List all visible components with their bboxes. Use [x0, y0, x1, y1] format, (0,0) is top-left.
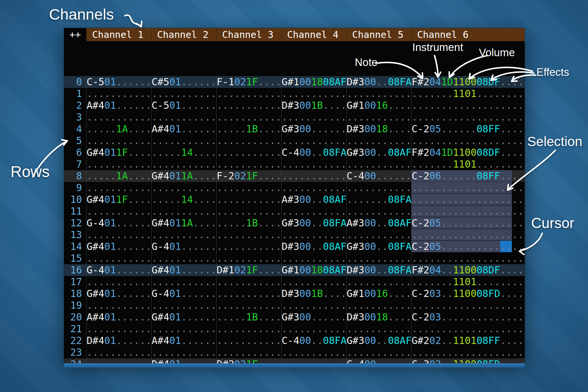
pattern-cell-ch2-row4[interactable]: A#401...... — [151, 123, 216, 135]
pattern-cell-ch2-row1[interactable]: ........... — [151, 88, 216, 100]
pattern-cell-ch5-row13[interactable]: ........... — [346, 229, 411, 241]
pattern-cell-ch5-row10[interactable]: .......08FA — [346, 194, 411, 205]
pattern-cell-ch2-row15[interactable]: ........... — [151, 253, 216, 264]
pattern-cell-ch6-row22[interactable]: G#202..110108FF.... — [411, 335, 524, 347]
pattern-cell-ch6-row17[interactable]: .......1101........ — [411, 276, 524, 288]
pattern-cell-ch3-row6[interactable]: ........... — [216, 147, 281, 158]
pattern-cell-ch3-row24[interactable]: D#2021F.... — [216, 358, 281, 363]
pattern-cell-ch2-row12[interactable]: G#4011A.... — [151, 217, 216, 229]
pattern-cell-ch1-row10[interactable]: G#4011F.... — [86, 194, 151, 205]
pattern-cell-ch1-row2[interactable]: A#401...... — [86, 100, 151, 111]
pattern-cell-ch6-row2[interactable]: ................... — [411, 100, 524, 111]
pattern-cell-ch2-row3[interactable]: ........... — [151, 111, 216, 123]
channel-header-3[interactable]: Channel 3 — [216, 28, 281, 41]
pattern-cell-ch6-row6[interactable]: F#2041D110008DF.... — [411, 147, 524, 158]
pattern-cell-ch1-row16[interactable]: G-401...... — [86, 264, 151, 276]
pattern-cell-ch5-row12[interactable]: A#300..08AF — [346, 217, 411, 229]
pattern-cell-ch5-row15[interactable]: ........... — [346, 253, 411, 264]
pattern-cell-ch6-row13[interactable]: ................... — [411, 229, 524, 241]
pattern-cell-ch1-row4[interactable]: .....1A.... — [86, 123, 151, 135]
pattern-cell-ch3-row5[interactable]: ........... — [216, 135, 281, 147]
pattern-cell-ch2-row11[interactable]: ........... — [151, 205, 216, 217]
pattern-cell-ch4-row11[interactable]: ........... — [281, 205, 346, 217]
pattern-cell-ch3-row15[interactable]: ........... — [216, 253, 281, 264]
pattern-cell-ch3-row21[interactable]: ........... — [216, 323, 281, 335]
pattern-cell-ch1-row5[interactable]: ........... — [86, 135, 151, 147]
pattern-cell-ch5-row9[interactable]: ........... — [346, 182, 411, 194]
pattern-cell-ch3-row16[interactable]: D#1021F.... — [216, 264, 281, 276]
channel-header-4[interactable]: Channel 4 — [281, 28, 346, 41]
pattern-corner-button[interactable]: ++ — [64, 28, 86, 41]
pattern-cell-ch1-row21[interactable]: ........... — [86, 323, 151, 335]
pattern-cell-ch2-row16[interactable]: G#401...... — [151, 264, 216, 276]
pattern-cell-ch4-row3[interactable]: ........... — [281, 111, 346, 123]
pattern-cell-ch4-row19[interactable]: ........... — [281, 300, 346, 311]
pattern-cell-ch6-row18[interactable]: C-203..110008FD.... — [411, 288, 524, 300]
pattern-cell-ch4-row15[interactable]: ........... — [281, 253, 346, 264]
pattern-cell-ch3-row12[interactable]: .....1B.... — [216, 217, 281, 229]
pattern-cell-ch6-row11[interactable]: ................... — [411, 205, 524, 217]
pattern-cell-ch2-row0[interactable]: C#501...... — [151, 76, 216, 88]
pattern-cell-ch1-row6[interactable]: G#4011F.... — [86, 147, 151, 158]
pattern-cell-ch4-row24[interactable]: ........... — [281, 358, 346, 363]
pattern-cell-ch1-row22[interactable]: D#401...... — [86, 335, 151, 347]
pattern-cell-ch6-row24[interactable]: C-302..110008FD.... — [411, 358, 524, 363]
pattern-cell-ch5-row8[interactable]: C-400...... — [346, 170, 411, 182]
pattern-cell-ch3-row0[interactable]: F-1021F.... — [216, 76, 281, 88]
pattern-cell-ch5-row16[interactable]: D#300..08FA — [346, 264, 411, 276]
pattern-cell-ch2-row17[interactable]: ........... — [151, 276, 216, 288]
pattern-cell-ch3-row19[interactable]: ........... — [216, 300, 281, 311]
pattern-cell-ch5-row21[interactable]: ........... — [346, 323, 411, 335]
pattern-cell-ch6-row4[interactable]: C-205......08FF.... — [411, 123, 524, 135]
pattern-cell-ch1-row0[interactable]: C-501...... — [86, 76, 151, 88]
pattern-cell-ch4-row16[interactable]: G#1001808AF — [281, 264, 346, 276]
pattern-cell-ch6-row9[interactable]: ................... — [411, 182, 524, 194]
pattern-cell-ch2-row2[interactable]: C-501...... — [151, 100, 216, 111]
pattern-cell-ch4-row4[interactable]: G#300...... — [281, 123, 346, 135]
pattern-cell-ch3-row9[interactable]: ........... — [216, 182, 281, 194]
pattern-cell-ch4-row9[interactable]: ........... — [281, 182, 346, 194]
pattern-cell-ch5-row1[interactable]: ........... — [346, 88, 411, 100]
pattern-cell-ch1-row12[interactable]: G-401...... — [86, 217, 151, 229]
pattern-cell-ch2-row8[interactable]: G#4011A.... — [151, 170, 216, 182]
pattern-cell-ch5-row7[interactable]: ........... — [346, 158, 411, 170]
pattern-cell-ch3-row4[interactable]: .....1B.... — [216, 123, 281, 135]
pattern-cell-ch2-row13[interactable]: ........... — [151, 229, 216, 241]
pattern-cell-ch4-row12[interactable]: G#300..08FA — [281, 217, 346, 229]
pattern-cell-ch2-row20[interactable]: G#401...... — [151, 311, 216, 323]
pattern-cell-ch3-row17[interactable]: ........... — [216, 276, 281, 288]
pattern-cell-ch3-row1[interactable]: ........... — [216, 88, 281, 100]
pattern-cell-ch1-row14[interactable]: G#401...... — [86, 241, 151, 253]
pattern-cell-ch6-row8[interactable]: C-206......08FF.... — [411, 170, 524, 182]
pattern-cell-ch4-row21[interactable]: ........... — [281, 323, 346, 335]
pattern-cell-ch2-row7[interactable]: ........... — [151, 158, 216, 170]
pattern-cell-ch4-row0[interactable]: G#1001808AF — [281, 76, 346, 88]
pattern-cell-ch2-row21[interactable]: ........... — [151, 323, 216, 335]
channel-header-2[interactable]: Channel 2 — [151, 28, 216, 41]
channel-header-1[interactable]: Channel 1 — [86, 28, 151, 41]
pattern-cell-ch1-row9[interactable]: ........... — [86, 182, 151, 194]
pattern-cell-ch4-row20[interactable]: G#300...... — [281, 311, 346, 323]
pattern-cell-ch3-row13[interactable]: ........... — [216, 229, 281, 241]
pattern-cell-ch1-row20[interactable]: A#401...... — [86, 311, 151, 323]
pattern-cell-ch4-row23[interactable]: ........... — [281, 347, 346, 358]
pattern-cell-ch5-row5[interactable]: ........... — [346, 135, 411, 147]
pattern-cell-ch2-row6[interactable]: .....14.... — [151, 147, 216, 158]
pattern-cell-ch1-row15[interactable]: ........... — [86, 253, 151, 264]
pattern-cell-ch5-row23[interactable]: ........... — [346, 347, 411, 358]
pattern-cell-ch1-row18[interactable]: G#401...... — [86, 288, 151, 300]
pattern-cell-ch5-row6[interactable]: G#300..08AF — [346, 147, 411, 158]
pattern-cell-ch5-row24[interactable]: G-400...... — [346, 358, 411, 363]
pattern-cell-ch3-row22[interactable]: ........... — [216, 335, 281, 347]
pattern-cell-ch4-row8[interactable]: ........... — [281, 170, 346, 182]
pattern-cell-ch4-row22[interactable]: C-400..08FA — [281, 335, 346, 347]
pattern-cell-ch4-row10[interactable]: A#300..08AF — [281, 194, 346, 205]
pattern-cell-ch4-row2[interactable]: D#3001B.... — [281, 100, 346, 111]
pattern-cell-ch5-row3[interactable]: ........... — [346, 111, 411, 123]
pattern-cell-ch4-row5[interactable]: ........... — [281, 135, 346, 147]
pattern-cell-ch3-row8[interactable]: F-2021F.... — [216, 170, 281, 182]
pattern-cell-ch2-row22[interactable]: A#401...... — [151, 335, 216, 347]
pattern-cell-ch2-row19[interactable]: ........... — [151, 300, 216, 311]
pattern-cell-ch1-row24[interactable]: ........... — [86, 358, 151, 363]
pattern-cell-ch5-row11[interactable]: ........... — [346, 205, 411, 217]
